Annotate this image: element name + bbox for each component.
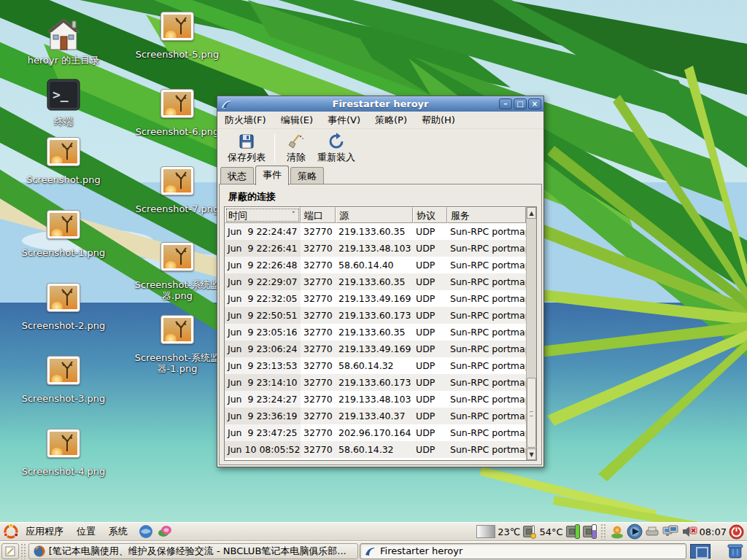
desktop-icon-label: Screenshot-6.png — [133, 126, 221, 137]
service-cell: Sun-RPC portmap — [447, 307, 526, 324]
event-row[interactable]: Jun 9 22:26:4132770219.133.48.103UDPSun-… — [225, 240, 526, 257]
source-cell: 58.60.14.40 — [336, 257, 413, 273]
menu-item-4[interactable]: 帮助(H) — [414, 112, 462, 128]
event-row[interactable]: Jun 9 22:32:0532770219.133.49.169UDPSun-… — [225, 290, 526, 307]
protocol-cell: UDP — [413, 307, 447, 324]
taskbar-item-firestarter[interactable]: Firestarter heroyr — [360, 543, 686, 559]
desktop-icon-screenshot-10[interactable]: Screenshot-系统监器.png — [133, 239, 221, 301]
show-desktop-button[interactable] — [1, 543, 19, 559]
port-cell: 32770 — [301, 357, 336, 374]
maximize-button[interactable]: □ — [514, 98, 527, 109]
service-cell: Sun-RPC portmap — [447, 357, 526, 374]
window-titlebar[interactable]: Firestarter heroyr – □ × — [217, 96, 543, 112]
panel-menu-2[interactable]: 系统 — [102, 525, 134, 538]
desktop-icon-screenshot-4[interactable]: Screenshot-2.png — [20, 280, 107, 331]
event-row[interactable]: Jun 9 23:14:1032770219.133.60.173UDPSun-… — [225, 374, 526, 391]
event-row[interactable]: Jun 9 23:36:1932770219.133.40.37UDPSun-R… — [225, 408, 526, 424]
event-row[interactable]: Jun 9 22:29:0732770219.133.60.35UDPSun-R… — [225, 273, 526, 290]
desktop-icon-terminal-1[interactable]: >_终端 — [20, 79, 107, 127]
memory-usage-icon[interactable] — [582, 524, 597, 539]
time-cell: Jun 9 22:32:05 — [225, 290, 301, 307]
screenshot-icon — [46, 356, 81, 391]
minimize-button[interactable]: – — [499, 98, 512, 109]
event-row[interactable]: Jun 9 23:24:2732770219.133.48.103UDPSun-… — [225, 391, 526, 408]
column-header-0[interactable]: 时间˅ — [225, 207, 301, 223]
trash-applet-icon[interactable] — [727, 543, 744, 559]
column-header-4[interactable]: 服务 — [447, 207, 526, 223]
protocol-cell: UDP — [413, 441, 447, 458]
screenshot-icon — [46, 429, 81, 464]
ubuntu-menu-icon[interactable] — [3, 524, 19, 540]
desktop-icon-label: Screenshot-系统监器.png — [133, 279, 221, 301]
printer-icon[interactable] — [645, 526, 659, 537]
screenshot-icon — [46, 283, 81, 318]
screenshot-icon — [160, 89, 195, 124]
service-cell: Sun-RPC portmap — [447, 273, 526, 290]
protocol-cell: UDP — [413, 424, 447, 441]
floppy-icon — [238, 133, 255, 150]
save-list-button[interactable]: 保存列表 — [222, 131, 271, 166]
event-row[interactable]: Jun 9 23:13:533277058.60.14.32UDPSun-RPC… — [225, 357, 526, 374]
vertical-scrollbar[interactable]: ▲ ▼ — [526, 207, 536, 460]
taskbar-handle[interactable] — [20, 543, 26, 559]
event-row[interactable]: Jun 9 23:47:2532770202.96.170.164UDPSun-… — [225, 424, 526, 441]
event-row[interactable]: Jun 9 23:05:1632770219.133.60.35UDPSun-R… — [225, 324, 526, 341]
close-button[interactable]: × — [528, 98, 541, 109]
panel-menu-1[interactable]: 位置 — [70, 525, 102, 538]
event-row[interactable]: Jun 9 22:50:5132770219.133.60.173UDPSun-… — [225, 307, 526, 324]
cpu-thermometer-icon[interactable] — [522, 524, 537, 539]
shutdown-icon[interactable] — [729, 524, 744, 540]
app-launcher-icon[interactable] — [158, 524, 172, 539]
tab-status[interactable]: 状态 — [220, 167, 254, 185]
menu-item-2[interactable]: 事件(V) — [320, 112, 368, 128]
port-cell: 32770 — [301, 273, 336, 290]
workspace-switcher[interactable] — [690, 544, 711, 559]
desktop-icon-screenshot-8[interactable]: Screenshot-6.png — [133, 86, 221, 137]
column-header-1[interactable]: 端口 — [301, 207, 336, 223]
volume-muted-icon[interactable] — [681, 524, 697, 539]
desktop-icon-screenshot-7[interactable]: Screenshot-5.png — [133, 9, 221, 60]
taskbar-item-browser[interactable]: [笔记本电脑使用、维护及保修经验交流 - NBCLUB笔记本电脑俱乐部... — [28, 543, 358, 559]
event-row[interactable]: Jun 9 23:06:2432770219.133.49.169UDPSun-… — [225, 341, 526, 357]
cpu-load-icon[interactable] — [565, 524, 580, 539]
protocol-cell: UDP — [413, 324, 447, 341]
reload-button[interactable]: 重新装入 — [311, 131, 361, 166]
desktop-icon-screenshot-2[interactable]: Screenshot.png — [20, 134, 107, 185]
scroll-down-arrow[interactable]: ▼ — [527, 448, 536, 460]
panel-menu-0[interactable]: 应用程序 — [19, 525, 70, 538]
protocol-cell: UDP — [413, 341, 447, 357]
event-row[interactable]: Jun 9 22:26:483277058.60.14.40UDPSun-RPC… — [225, 257, 526, 273]
clear-button[interactable]: 清除 — [281, 131, 311, 166]
clock[interactable]: 08:07 — [700, 526, 727, 537]
web-browser-launcher-icon[interactable] — [139, 524, 153, 539]
tab-events[interactable]: 事件 — [255, 166, 289, 185]
column-header-2[interactable]: 源 — [336, 207, 413, 223]
network-computers-icon[interactable] — [662, 524, 679, 539]
tray-handle[interactable] — [600, 524, 606, 540]
scroll-up-arrow[interactable]: ▲ — [527, 207, 536, 219]
user-status-icon[interactable] — [610, 524, 624, 539]
port-cell: 32770 — [301, 290, 336, 307]
menu-item-3[interactable]: 策略(P) — [368, 112, 414, 128]
sensor-graph-applet[interactable] — [476, 525, 495, 538]
desktop-icon-screenshot-11[interactable]: Screenshot-系统监器-1.png — [133, 312, 221, 374]
desktop-icon-screenshot-9[interactable]: Screenshot-7.png — [133, 163, 221, 214]
desktop-icon-home-0[interactable]: heroyr 的主目录 — [20, 18, 107, 66]
desktop-icon-screenshot-5[interactable]: Screenshot-3.png — [20, 353, 107, 404]
tab-policy[interactable]: 策略 — [290, 167, 324, 185]
media-player-icon[interactable] — [627, 524, 643, 540]
column-header-3[interactable]: 协议 — [413, 207, 447, 223]
port-cell: 32770 — [301, 324, 336, 341]
desktop-icon-screenshot-6[interactable]: Screenshot-4.png — [20, 426, 107, 477]
protocol-cell: UDP — [413, 257, 447, 273]
event-row[interactable]: Jun 9 22:24:4732770219.133.60.35UDPSun-R… — [225, 223, 526, 240]
menu-item-0[interactable]: 防火墙(F) — [217, 112, 274, 128]
service-cell: Sun-RPC portmap — [447, 223, 526, 240]
desktop-icon-screenshot-3[interactable]: Screenshot-1.png — [20, 207, 107, 258]
scrollbar-thumb[interactable] — [527, 378, 536, 448]
time-cell: Jun 9 22:26:48 — [225, 257, 301, 273]
menu-item-1[interactable]: 编辑(E) — [274, 112, 320, 128]
protocol-cell: UDP — [413, 374, 447, 391]
terminal-icon: >_ — [46, 79, 81, 114]
event-row[interactable]: Jun 10 08:05:523277058.60.14.32UDPSun-RP… — [225, 441, 526, 458]
